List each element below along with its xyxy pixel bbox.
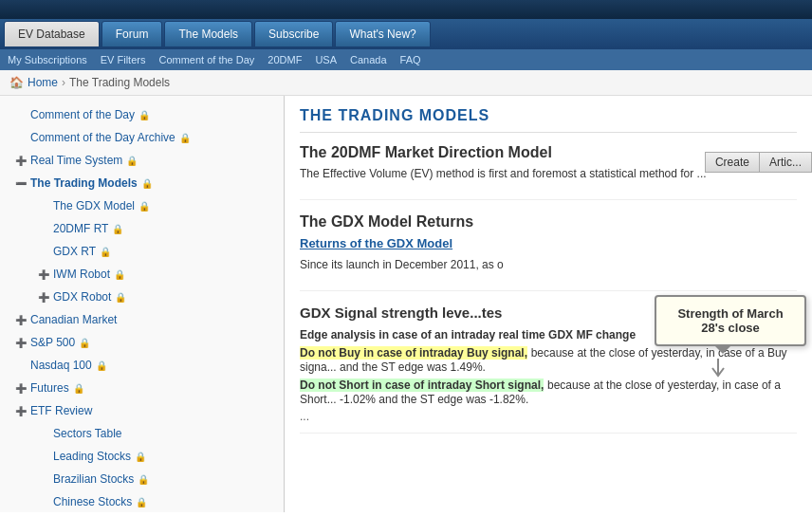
- lock-icon: 🔒: [138, 472, 149, 487]
- expand-icon: [38, 472, 49, 487]
- expand-icon: [38, 427, 49, 441]
- sidebar-label: IWM Robot: [53, 266, 110, 283]
- edge-line2: Do not Short in case of intraday Short s…: [300, 378, 797, 406]
- highlight-buy: Do not Buy in case of intraday Buy signa…: [300, 346, 527, 360]
- section-20dmf: The 20DMF Market Direction Model The Eff…: [300, 144, 797, 200]
- nav-tab-whats-new[interactable]: What's New?: [335, 21, 430, 47]
- sidebar-item-gdx-model[interactable]: The GDX Model 🔒: [0, 194, 284, 217]
- sidebar-item-sp500[interactable]: ➕ S&P 500 🔒: [0, 331, 284, 354]
- sidebar-label: Real Time System: [30, 152, 122, 169]
- sidebar-item-futures[interactable]: ➕ Futures 🔒: [0, 377, 284, 399]
- sub-nav-my-subscriptions[interactable]: My Subscriptions: [8, 54, 87, 65]
- nav-bar: EV Database Forum The Models Subscribe W…: [0, 19, 812, 49]
- sidebar-item-trading-models[interactable]: ➖ The Trading Models 🔒: [0, 172, 284, 194]
- sidebar-item-leading-stocks[interactable]: Leading Stocks 🔒: [0, 445, 284, 468]
- expand-icon: [38, 245, 49, 259]
- sidebar-item-brazilian-stocks[interactable]: Brazilian Stocks 🔒: [0, 468, 284, 490]
- lock-icon: 🔒: [79, 336, 90, 350]
- sidebar-label: Nasdaq 100: [30, 357, 92, 374]
- sidebar-label: Canadian Market: [30, 311, 117, 328]
- sub-nav-faq[interactable]: FAQ: [400, 54, 421, 65]
- sidebar-label: Brazilian Stocks: [53, 471, 134, 488]
- main-layout: Comment of the Day 🔒 Comment of the Day …: [0, 96, 812, 512]
- section3-dots: ...: [300, 410, 797, 423]
- plus-icon: ➕: [15, 154, 27, 168]
- page-title: THE TRADING MODELS: [300, 107, 797, 133]
- nav-tab-ev-database[interactable]: EV Database: [4, 21, 100, 47]
- sub-nav-comment-of-day[interactable]: Comment of the Day: [158, 54, 254, 65]
- section1-title: The 20DMF Market Direction Model: [300, 144, 797, 161]
- home-icon: 🏠: [9, 76, 24, 89]
- lock-icon: 🔒: [179, 131, 191, 145]
- sidebar-label: The GDX Model: [53, 197, 135, 214]
- sub-nav-20dmf[interactable]: 20DMF: [268, 54, 302, 65]
- lock-icon: 🔒: [115, 290, 126, 305]
- sidebar-item-iwm-robot[interactable]: ➕ IWM Robot 🔒: [0, 263, 284, 286]
- expand-icon: [38, 495, 49, 509]
- lock-icon: 🔒: [135, 450, 146, 464]
- sidebar-item-comment-archive[interactable]: Comment of the Day Archive 🔒: [0, 126, 284, 149]
- breadcrumb: 🏠 Home › The Trading Models: [0, 70, 812, 96]
- lock-icon: 🔒: [136, 495, 147, 509]
- highlight-short: Do not Short in case of intraday Short s…: [300, 379, 544, 392]
- section3-title-start: GDX Signal strength leve: [300, 305, 470, 321]
- minus-icon: ➖: [15, 176, 27, 191]
- nav-tab-subscribe[interactable]: Subscribe: [254, 21, 333, 47]
- plus-icon: ➕: [38, 290, 49, 305]
- breadcrumb-home[interactable]: Home: [28, 76, 58, 89]
- sidebar-label: GDX RT: [53, 243, 96, 260]
- sidebar-label: Comment of the Day: [30, 106, 135, 123]
- top-header: [0, 0, 812, 19]
- lock-icon: 🔒: [141, 176, 153, 191]
- sidebar-label: S&P 500: [30, 334, 75, 351]
- callout-tooltip: Strength of March 28's close: [655, 295, 806, 346]
- sidebar-label: Leading Stocks: [53, 448, 131, 465]
- sidebar-item-20dmf-rt[interactable]: 20DMF RT 🔒: [0, 217, 284, 240]
- sidebar: Comment of the Day 🔒 Comment of the Day …: [0, 96, 285, 512]
- lock-icon: 🔒: [100, 245, 111, 259]
- expand-icon: [38, 199, 49, 213]
- expand-icon: [15, 359, 27, 373]
- sidebar-label: Comment of the Day Archive: [30, 129, 175, 146]
- lock-icon: 🔒: [114, 268, 125, 282]
- expand-icon: [15, 131, 27, 145]
- section-gdx-returns: The GDX Model Returns Returns of the GDX…: [300, 213, 797, 291]
- sub-nav: My Subscriptions EV Filters Comment of t…: [0, 49, 812, 70]
- lock-icon: 🔒: [73, 381, 84, 396]
- sidebar-label: 20DMF RT: [53, 220, 108, 237]
- lock-icon: 🔒: [96, 359, 107, 373]
- sidebar-label: Chinese Stocks: [53, 493, 132, 510]
- sidebar-item-real-time[interactable]: ➕ Real Time System 🔒: [0, 149, 284, 172]
- section2-text: Since its launch in December 2011, as o: [300, 258, 797, 271]
- sidebar-item-canadian-market[interactable]: ➕ Canadian Market: [0, 308, 284, 331]
- plus-icon: ➕: [15, 404, 27, 418]
- sub-nav-usa[interactable]: USA: [315, 54, 337, 65]
- content-area: THE TRADING MODELS The 20DMF Market Dire…: [285, 96, 812, 512]
- lock-icon: 🔒: [126, 154, 138, 168]
- sidebar-item-sectors-table[interactable]: Sectors Table: [0, 422, 284, 445]
- sidebar-label: Futures: [30, 379, 69, 397]
- nav-tab-forum[interactable]: Forum: [102, 21, 163, 47]
- sub-nav-canada[interactable]: Canada: [350, 54, 387, 65]
- nav-tab-models[interactable]: The Models: [164, 21, 252, 47]
- sidebar-item-chinese-stocks[interactable]: Chinese Stocks 🔒: [0, 490, 284, 512]
- sidebar-item-comment-of-day[interactable]: Comment of the Day 🔒: [0, 103, 284, 126]
- expand-icon: [15, 108, 27, 122]
- plus-icon: ➕: [15, 381, 27, 396]
- callout-arrow-icon: [709, 359, 728, 378]
- callout-text: Strength of March 28's close: [677, 306, 783, 335]
- sidebar-label: ETF Review: [30, 402, 92, 419]
- breadcrumb-current: The Trading Models: [69, 76, 170, 89]
- sidebar-item-etf-review[interactable]: ➕ ETF Review: [0, 399, 284, 422]
- sidebar-item-gdx-robot[interactable]: ➕ GDX Robot 🔒: [0, 286, 284, 308]
- lock-icon: 🔒: [138, 108, 150, 122]
- lock-icon: 🔒: [112, 222, 123, 236]
- sidebar-item-gdx-rt[interactable]: GDX RT 🔒: [0, 240, 284, 263]
- breadcrumb-separator: ›: [62, 76, 65, 89]
- sidebar-label: The Trading Models: [30, 175, 138, 192]
- section2-link[interactable]: Returns of the GDX Model: [300, 236, 797, 250]
- plus-icon: ➕: [38, 268, 49, 282]
- plus-icon: ➕: [15, 336, 27, 350]
- sidebar-item-nasdaq100[interactable]: Nasdaq 100 🔒: [0, 354, 284, 377]
- sub-nav-ev-filters[interactable]: EV Filters: [101, 54, 146, 65]
